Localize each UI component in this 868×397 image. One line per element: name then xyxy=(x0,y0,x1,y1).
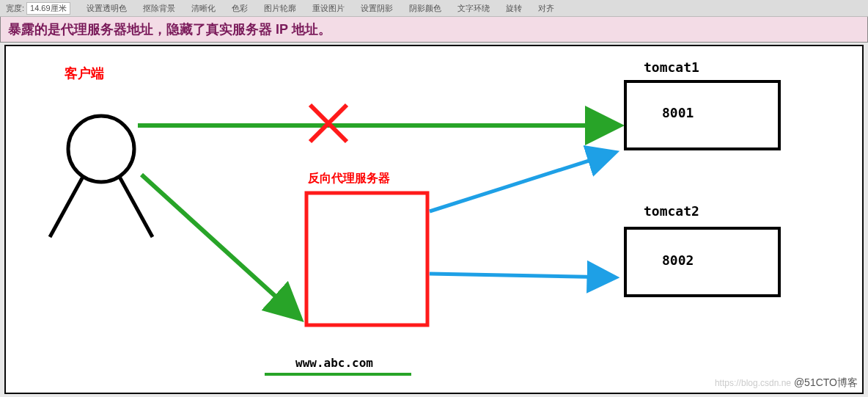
toolbar-item[interactable]: 文字环绕 xyxy=(457,3,490,14)
proxy-box xyxy=(306,193,427,325)
toolbar-width-value: 14.69厘米 xyxy=(26,2,70,15)
toolbar-item[interactable]: 清晰化 xyxy=(191,3,216,14)
watermark-text: @51CTO博客 xyxy=(794,376,858,388)
client-icon xyxy=(50,116,152,237)
toolbar-item[interactable]: 设置阴影 xyxy=(361,3,393,14)
headline-bar: 暴露的是代理服务器地址，隐藏了真实服务器 IP 地址。 xyxy=(0,17,868,43)
svg-line-2 xyxy=(119,177,152,237)
toolbar-width: 宽度: 14.69厘米 xyxy=(6,2,70,15)
toolbar-item[interactable]: 抠除背景 xyxy=(143,3,175,14)
toolbar-item[interactable]: 设置透明色 xyxy=(87,3,127,14)
toolbar-item[interactable]: 对齐 xyxy=(538,3,554,14)
tomcat1-label: tomcat1 xyxy=(644,59,699,75)
tomcat2-box xyxy=(625,228,779,296)
tomcat1-port: 8001 xyxy=(662,105,694,120)
toolbar-item[interactable]: 阴影颜色 xyxy=(409,3,441,14)
diagram-canvas: 客户端 反向代理服务器 tomcat1 tomcat2 8001 8002 ww… xyxy=(4,45,864,394)
diagram-svg xyxy=(6,46,862,393)
watermark-faint: https://blog.csdn.ne xyxy=(715,378,791,388)
tomcat2-port: 8002 xyxy=(662,252,694,268)
domain-underline xyxy=(265,373,411,376)
svg-line-1 xyxy=(50,177,83,237)
toolbar-item[interactable]: 色彩 xyxy=(232,3,248,14)
toolbar-item[interactable]: 图片轮廓 xyxy=(264,3,296,14)
client-label: 客户端 xyxy=(65,65,104,82)
toolbar-item[interactable]: 重设图片 xyxy=(312,3,345,14)
tomcat2-label: tomcat2 xyxy=(644,203,699,219)
tomcat1-box xyxy=(625,81,779,149)
arrow-client-to-proxy xyxy=(141,175,299,318)
watermark: https://blog.csdn.ne @51CTO博客 xyxy=(715,376,858,390)
toolbar: 宽度: 14.69厘米 设置透明色 抠除背景 清晰化 色彩 图片轮廓 重设图片 … xyxy=(0,0,868,17)
arrow-proxy-to-tomcat1 xyxy=(430,153,614,211)
headline-text: 暴露的是代理服务器地址，隐藏了真实服务器 IP 地址。 xyxy=(8,21,331,38)
proxy-domain: www.abc.com xyxy=(295,356,373,370)
proxy-label: 反向代理服务器 xyxy=(308,171,390,186)
arrow-proxy-to-tomcat2 xyxy=(430,274,614,277)
toolbar-item[interactable]: 旋转 xyxy=(506,3,522,14)
svg-point-0 xyxy=(68,116,134,182)
toolbar-width-label: 宽度: xyxy=(6,3,24,14)
